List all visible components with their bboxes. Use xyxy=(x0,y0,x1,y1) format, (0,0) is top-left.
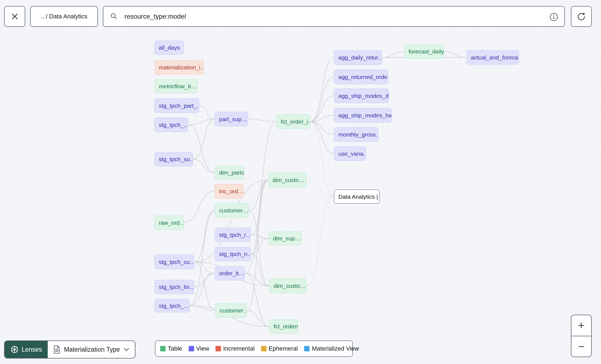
edge-fct_order_i-to-use_varia xyxy=(310,122,334,154)
legend-swatch xyxy=(160,346,166,351)
close-icon xyxy=(10,12,19,21)
lens-selected-label: Materialization Type xyxy=(64,346,120,353)
graph-node-dim_parts[interactable]: dim_parts xyxy=(215,166,244,180)
edge-customer_a-to-dim_custo_a xyxy=(249,180,268,211)
edge-order_it-to-dim_custo_b xyxy=(245,273,269,286)
graph-node-agg_returned_orde[interactable]: agg_returned_orde… xyxy=(334,70,388,84)
graph-node-fct_orders[interactable]: fct_orders xyxy=(269,319,298,334)
edge-part_sup-to-fct_order_i xyxy=(248,119,276,122)
edge-stg_tpch_su-to-part_sup xyxy=(193,119,215,160)
legend-item-view: View xyxy=(189,345,209,352)
edge-stg_tpch_cu-to-customer_a xyxy=(194,211,215,262)
graph-node-part_sup[interactable]: part_sup… xyxy=(215,112,248,126)
graph-node-agg_ship_modes_d[interactable]: agg_ship_modes_d… xyxy=(334,89,389,103)
search-icon xyxy=(110,12,118,21)
legend-swatch xyxy=(304,346,310,351)
lenses-button-label: Lenses xyxy=(22,346,42,353)
legend-label: Ephemeral xyxy=(269,345,298,352)
graph-node-inc_ord[interactable]: inc_ord… xyxy=(215,184,243,198)
legend-swatch xyxy=(216,346,221,351)
legend-label: View xyxy=(196,345,209,352)
lens-selector[interactable]: Materialization Type xyxy=(48,341,135,358)
edge-stg_tpch_r-to-dim_sup xyxy=(251,235,269,238)
graph-node-stg_tpch_n[interactable]: stg_tpch_n… xyxy=(215,247,251,261)
edge-forecast_daily-to-actual_and_foreca xyxy=(444,52,466,58)
edge-customer_b-to-fct_orders xyxy=(247,311,269,327)
graph-node-stg_tpch_su[interactable]: stg_tpch_su… xyxy=(154,152,193,166)
graph-node-all_days[interactable]: all_days xyxy=(154,41,184,55)
graph-node-forecast_daily[interactable]: forecast_daily… xyxy=(404,44,444,59)
graph-node-customer_b[interactable]: customer… xyxy=(215,303,247,318)
graph-node-customer_a[interactable]: customer… xyxy=(215,203,249,218)
graph-node-stg_tpch_part[interactable]: stg_tpch_part_… xyxy=(154,98,199,113)
edge-raw_ord-to-inc_ord xyxy=(184,191,215,223)
legend-item-materialized-view: Materialized View xyxy=(304,345,359,352)
search-input[interactable] xyxy=(124,8,549,25)
breadcrumb-label: .. / Data Analytics xyxy=(41,13,87,20)
close-button[interactable] xyxy=(4,6,25,27)
chevron-down-icon xyxy=(123,348,129,351)
edge-stg_tpch_a-to-part_sup xyxy=(188,119,215,125)
graph-node-dim_sup[interactable]: dim_sup… xyxy=(269,231,302,245)
breadcrumb[interactable]: .. / Data Analytics xyxy=(30,6,98,27)
edge-stg_tpch_n-to-dim_sup xyxy=(251,238,269,254)
edge-stg_tpch_cu-to-customer_b xyxy=(194,262,215,311)
legend-swatch xyxy=(189,346,194,351)
edge-customer_a-to-dim_custo_b xyxy=(249,211,269,286)
legend-item-table: Table xyxy=(160,345,182,352)
edge-agg_daily_retur-to-forecast_daily xyxy=(382,52,404,58)
graph-node-materialization_i[interactable]: materialization_i… xyxy=(154,60,204,75)
lenses-bar: Lenses Materialization Type xyxy=(4,340,135,359)
edge-fct_order_i-to-monthly_gross xyxy=(310,122,334,135)
edge-stg_tpch_su-to-dim_parts xyxy=(193,159,215,173)
graph-node-dim_custo_a[interactable]: dim_custo… xyxy=(268,173,307,187)
legend-swatch xyxy=(261,346,267,351)
graph-node-dim_custo_b[interactable]: dim_custo… xyxy=(269,278,307,293)
edge-order_it-to-fct_orders xyxy=(245,273,269,326)
graph-node-use_varia[interactable]: use_varia… xyxy=(334,146,366,161)
graph-node-agg_daily_retur[interactable]: agg_daily_retur… xyxy=(334,50,382,65)
legend-item-ephemeral: Ephemeral xyxy=(261,345,298,352)
graph-node-actual_and_foreca[interactable]: actual_and_foreca… xyxy=(466,50,519,65)
graph-node-stg_tpch_lin[interactable]: stg_tpch_lin… xyxy=(154,280,194,294)
zoom-in-button[interactable]: + xyxy=(571,315,591,336)
edge-dim_custo_a-to-data_analytics xyxy=(307,180,334,197)
edge-fct_order_i-to-agg_returned_orde xyxy=(310,77,334,122)
edge-stg_tpch_part-to-part_sup xyxy=(199,106,215,119)
zoom-out-button[interactable]: − xyxy=(571,336,591,357)
aperture-icon xyxy=(10,345,19,354)
zoom-controls: + − xyxy=(571,315,592,357)
info-icon[interactable] xyxy=(549,12,559,22)
graph-node-fct_order_i[interactable]: fct_order_i… xyxy=(276,114,310,129)
graph-node-stg_tpch_r[interactable]: stg_tpch_r… xyxy=(215,228,251,242)
lenses-button[interactable]: Lenses xyxy=(5,341,48,358)
document-icon xyxy=(53,345,60,354)
edge-fct_order_i-to-data_analytics xyxy=(310,122,334,197)
graph-node-raw_ord[interactable]: raw_ord… xyxy=(154,215,184,230)
graph-node-stg_tpch_cu[interactable]: stg_tpch_cu… xyxy=(154,255,194,269)
graph-node-stg_tpch_b[interactable]: stg_tpch_… xyxy=(154,299,190,312)
search-bar xyxy=(103,6,565,27)
edge-fct_order_i-to-agg_daily_retur xyxy=(310,58,334,122)
legend-item-incremental: Incremental xyxy=(216,345,255,352)
graph-node-monthly_gross[interactable]: monthly_gross… xyxy=(334,127,378,142)
edge-dim_custo_b-to-data_analytics xyxy=(307,197,334,286)
legend-label: Table xyxy=(168,345,182,352)
legend-label: Materialized View xyxy=(312,345,359,352)
graph-node-agg_ship_modes_ha[interactable]: agg_ship_modes_ha… xyxy=(334,108,392,123)
graph-node-metricflow_ti[interactable]: metricflow_ti… xyxy=(154,79,198,93)
refresh-icon xyxy=(576,12,586,21)
materialization-legend: TableViewIncrementalEphemeralMaterialize… xyxy=(155,340,353,357)
refresh-button[interactable] xyxy=(571,6,592,27)
graph-node-stg_tpch_a[interactable]: stg_tpch_… xyxy=(154,118,188,132)
graph-node-order_it[interactable]: order_it… xyxy=(215,266,245,280)
legend-label: Incremental xyxy=(223,345,255,352)
legend-items: TableViewIncrementalEphemeralMaterialize… xyxy=(160,345,359,352)
graph-node-data_analytics[interactable]: Data Analytics | … xyxy=(334,190,380,204)
